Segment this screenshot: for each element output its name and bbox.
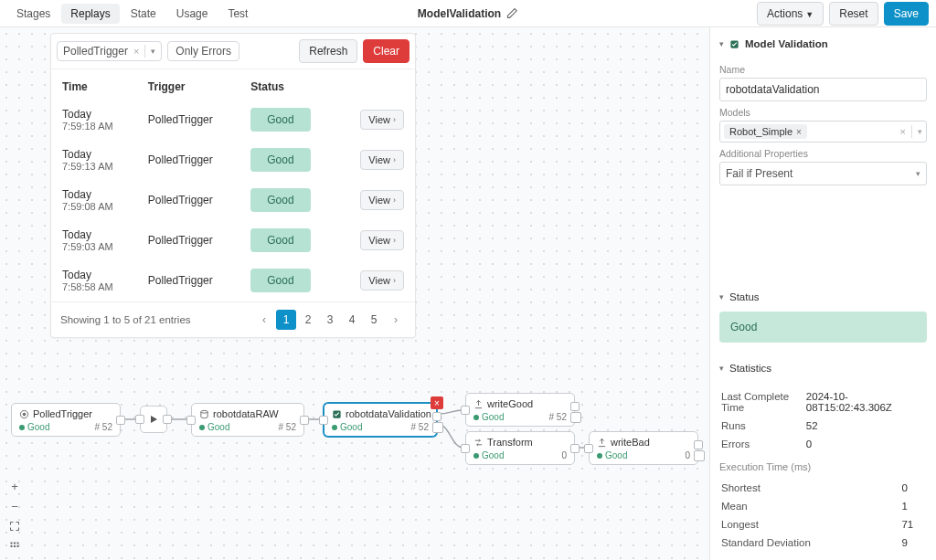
chip-remove-icon[interactable]: × (796, 127, 802, 137)
reset-button[interactable]: Reset (829, 2, 878, 26)
clear-button[interactable]: Clear (363, 39, 410, 63)
check-icon (332, 409, 342, 419)
row-trigger: PolledTrigger (139, 261, 239, 300)
page-2[interactable]: 2 (298, 310, 318, 330)
svg-rect-8 (14, 545, 16, 547)
row-day: Today (62, 269, 128, 281)
node-status: Good (482, 412, 504, 422)
input-port[interactable] (186, 416, 196, 425)
node-title: robotdataRAW (213, 408, 279, 419)
save-button[interactable]: Save (884, 2, 929, 26)
zoom-out-icon[interactable]: − (5, 498, 24, 514)
label-additional: Additional Properties (719, 148, 927, 159)
close-icon[interactable]: × (431, 396, 443, 409)
chevron-right-icon: › (393, 195, 396, 205)
stat-label: Shortest (721, 480, 899, 496)
section-statistics[interactable]: ▾ Statistics (719, 359, 927, 377)
svg-point-1 (23, 413, 26, 416)
row-day: Today (62, 148, 128, 161)
section-model-validation[interactable]: ▾ Model Validation (719, 35, 927, 53)
canvas-controls: + − (5, 478, 24, 555)
exec-stats-table: Shortest0 Mean1 Longest71 Standard Devia… (719, 478, 927, 553)
output-port[interactable] (694, 440, 703, 449)
node-status: Good (207, 422, 229, 432)
input-port[interactable] (584, 444, 593, 453)
node-title: writeGood (487, 398, 533, 409)
output-port[interactable] (163, 415, 172, 424)
input-port[interactable] (319, 416, 328, 425)
output-port[interactable] (116, 416, 125, 425)
output-port[interactable] (570, 402, 580, 411)
page-1[interactable]: 1 (276, 310, 296, 330)
node-robotdata-raw[interactable]: robotdataRAW Good# 52 (191, 403, 304, 437)
clear-all-icon[interactable]: × (899, 126, 906, 137)
view-button[interactable]: View› (360, 150, 404, 170)
replays-panel: PolledTrigger × ▾ Only Errors Refresh Cl… (50, 33, 416, 338)
node-title: Transform (487, 437, 533, 448)
table-row: Today7:59:03 AM PolledTrigger Good View› (53, 221, 413, 259)
row-time: 7:59:08 AM (62, 201, 128, 212)
chevron-down-icon: ▾ (719, 364, 724, 373)
table-row: Today7:59:13 AM PolledTrigger Good View› (53, 141, 413, 179)
zoom-in-icon[interactable]: + (5, 478, 24, 494)
models-select[interactable]: Robot_Simple × × ▾ (719, 121, 927, 143)
stat-value: 71 (901, 516, 925, 533)
chevron-down-icon: ▾ (916, 169, 920, 178)
page-5[interactable]: 5 (364, 310, 384, 330)
tab-replays[interactable]: Replays (61, 4, 119, 24)
play-node[interactable] (140, 406, 167, 433)
output-port[interactable] (570, 444, 580, 453)
page-prev[interactable]: ‹ (254, 310, 274, 330)
node-write-bad[interactable]: writeBad Good0 (589, 431, 698, 465)
stats-table: Last Complete Time2024-10-08T15:02:43.30… (719, 386, 927, 454)
tab-usage[interactable]: Usage (167, 4, 218, 24)
additional-properties-select[interactable]: Fail if Present ▾ (719, 162, 927, 185)
node-count: 0 (561, 450, 567, 460)
output-port[interactable] (300, 416, 309, 425)
page-next[interactable]: › (386, 310, 406, 330)
page-3[interactable]: 3 (320, 310, 340, 330)
input-port[interactable] (135, 415, 144, 424)
input-port[interactable] (461, 406, 470, 415)
clear-trigger-icon[interactable]: × (133, 46, 139, 57)
status-badge: Good (250, 269, 310, 292)
status-value: Good (719, 312, 927, 343)
output-port[interactable] (432, 412, 441, 421)
page-4[interactable]: 4 (342, 310, 362, 330)
input-port[interactable] (461, 444, 470, 453)
chevron-down-icon[interactable]: ▾ (151, 47, 155, 56)
section-status[interactable]: ▾ Status (719, 288, 927, 306)
view-button[interactable]: View› (360, 230, 404, 250)
node-transform[interactable]: Transform Good0 (465, 431, 575, 465)
chevron-down-icon[interactable]: ▾ (918, 127, 922, 136)
trigger-filter[interactable]: PolledTrigger × ▾ (57, 41, 162, 61)
stat-value: 0 (806, 436, 925, 452)
node-robotdata-validation[interactable]: × robotdataValidation Good# 52 (324, 403, 437, 437)
view-button[interactable]: View› (360, 270, 404, 291)
label-name: Name (719, 64, 927, 75)
view-button[interactable]: View› (360, 190, 404, 210)
status-dot-icon (597, 453, 602, 459)
replays-footer: Showing 1 to 5 of 21 entries ‹ 1 2 3 4 5… (51, 301, 415, 337)
view-button[interactable]: View› (360, 110, 404, 130)
status-dot-icon (19, 425, 25, 430)
tab-stages[interactable]: Stages (7, 4, 59, 24)
node-write-good[interactable]: writeGood Good# 52 (465, 393, 575, 427)
actions-dropdown[interactable]: Actions▼ (757, 2, 824, 26)
chevron-right-icon: › (393, 236, 396, 245)
grid-icon[interactable] (5, 538, 24, 555)
tab-state[interactable]: State (122, 4, 165, 24)
flow-graph: PolledTrigger Good# 52 robotdataRAW Good… (11, 375, 709, 512)
tab-test[interactable]: Test (218, 4, 257, 24)
canvas[interactable]: PolledTrigger × ▾ Only Errors Refresh Cl… (0, 27, 709, 560)
node-polled-trigger[interactable]: PolledTrigger Good# 52 (11, 403, 121, 437)
only-errors-toggle[interactable]: Only Errors (167, 41, 239, 61)
fullscreen-icon[interactable] (5, 518, 24, 534)
row-time: 7:58:58 AM (62, 281, 128, 292)
table-row: Today7:58:58 AM PolledTrigger Good View› (53, 261, 413, 300)
edit-icon[interactable] (506, 7, 518, 19)
node-count: # 52 (95, 422, 112, 432)
stat-label: Mean (721, 498, 899, 514)
name-input[interactable] (719, 78, 927, 101)
refresh-button[interactable]: Refresh (299, 39, 357, 63)
